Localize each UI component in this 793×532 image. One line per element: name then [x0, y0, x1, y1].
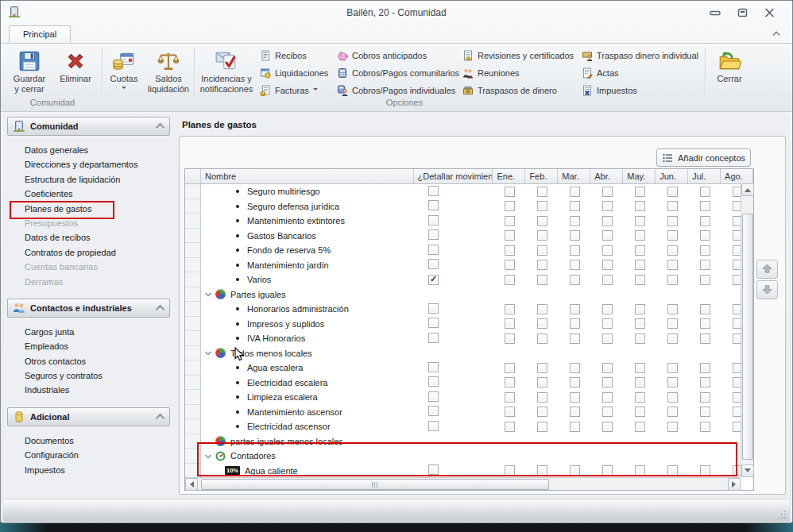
month-checkbox-Mar[interactable]: [570, 407, 580, 417]
month-checkbox-Jul[interactable]: [700, 377, 710, 387]
detallar-checkbox[interactable]: [428, 376, 439, 387]
horizontal-scrollbar[interactable]: [185, 477, 741, 490]
month-checkbox-Ene[interactable]: [505, 304, 515, 314]
restore-button[interactable]: [733, 7, 751, 20]
month-checkbox-Feb[interactable]: [537, 363, 547, 373]
month-checkbox-May[interactable]: [635, 377, 645, 387]
row-electricidad-ascensor[interactable]: Electricidad ascensor: [185, 419, 753, 434]
row-indicator[interactable]: [185, 464, 201, 479]
column-header-detallar[interactable]: ¿Detallar movimientos?: [414, 169, 493, 183]
sidebar-item-estructura-de-liquidacion[interactable]: Estructura de liquidación: [7, 172, 170, 187]
row-fondo-de-reserva-5[interactable]: Fondo de reserva 5%: [185, 243, 753, 258]
sidebar-item-configuracion[interactable]: Configuración: [7, 448, 170, 462]
month-checkbox-Abr[interactable]: [602, 318, 613, 329]
chevron-down-icon[interactable]: [204, 349, 212, 357]
cerrar-button[interactable]: Cerrar: [708, 46, 751, 97]
sidebar-item-coeficientes[interactable]: Coeficientes: [7, 187, 170, 201]
month-checkbox-Ene[interactable]: [505, 392, 515, 403]
month-checkbox-Jun[interactable]: [667, 304, 678, 314]
month-checkbox-Jun[interactable]: [667, 377, 678, 387]
row-indicator[interactable]: [185, 390, 201, 405]
detallar-checkbox[interactable]: [428, 333, 439, 343]
month-checkbox-Mar[interactable]: [570, 260, 580, 270]
month-checkbox-Jul[interactable]: [700, 230, 710, 241]
month-checkbox-Mar[interactable]: [570, 465, 580, 476]
anadir-conceptos-button[interactable]: Añadir conceptos: [656, 148, 751, 167]
month-checkbox-May[interactable]: [635, 465, 645, 476]
month-checkbox-Abr[interactable]: [602, 304, 613, 314]
row-indicator[interactable]: [185, 302, 201, 317]
detallar-checkbox[interactable]: [428, 406, 439, 416]
month-checkbox-May[interactable]: [635, 422, 645, 432]
month-checkbox-Ene[interactable]: [505, 333, 515, 344]
row-mantenimiento-ascensor[interactable]: Mantenimiento ascensor: [185, 405, 753, 420]
detallar-checkbox[interactable]: [428, 318, 439, 328]
traspasos-de-dinero-button[interactable]: Traspasos de dinero: [460, 82, 578, 98]
row-impresos-y-suplidos[interactable]: Impresos y suplidos: [185, 317, 753, 332]
detallar-checkbox[interactable]: [428, 391, 439, 402]
month-checkbox-Jun[interactable]: [667, 245, 678, 256]
month-checkbox-Jul[interactable]: [700, 333, 710, 344]
sidebar-item-datos-generales[interactable]: Datos generales: [7, 143, 170, 157]
month-checkbox-Ene[interactable]: [505, 407, 515, 417]
row-gastos-bancarios[interactable]: Gastos Bancarios: [185, 229, 753, 244]
month-checkbox-Mar[interactable]: [570, 377, 580, 387]
month-checkbox-Ene[interactable]: [505, 363, 515, 373]
sidebar-item-industriales[interactable]: Industriales: [7, 383, 170, 397]
column-header-abr[interactable]: Abr.: [590, 169, 623, 183]
month-checkbox-Mar[interactable]: [570, 422, 580, 432]
month-checkbox-Jun[interactable]: [667, 275, 678, 285]
month-checkbox-Feb[interactable]: [537, 275, 547, 285]
cobros-anticipados-button[interactable]: Cobros anticipados: [335, 47, 458, 64]
horizontal-scrollbar-thumb[interactable]: [201, 479, 549, 490]
month-checkbox-Mar[interactable]: [570, 318, 580, 329]
detallar-checkbox[interactable]: [428, 229, 439, 240]
month-checkbox-Jun[interactable]: [667, 465, 678, 476]
cobros-pagos-comunitarios-button[interactable]: Cobros/Pagos comunitarios: [335, 64, 458, 81]
column-header-may[interactable]: May.: [623, 169, 656, 183]
row-indicator[interactable]: [185, 184, 201, 199]
chevron-down-icon[interactable]: [204, 453, 212, 460]
month-checkbox-Ene[interactable]: [505, 245, 515, 256]
month-checkbox-Feb[interactable]: [537, 407, 547, 417]
month-checkbox-Jul[interactable]: [700, 245, 710, 256]
month-checkbox-Abr[interactable]: [602, 392, 613, 403]
month-checkbox-Jun[interactable]: [667, 333, 678, 344]
month-checkbox-Mar[interactable]: [570, 333, 580, 344]
column-header-ene[interactable]: Ene.: [493, 169, 525, 183]
cobros-pagos-individuales-button[interactable]: Cobros/Pagos individuales: [335, 82, 458, 98]
detallar-checkbox[interactable]: [428, 362, 439, 372]
month-checkbox-Ene[interactable]: [505, 377, 515, 387]
actas-button[interactable]: Actas: [579, 64, 705, 81]
month-checkbox-Abr[interactable]: [602, 363, 613, 373]
month-checkbox-May[interactable]: [635, 392, 645, 403]
month-checkbox-Jul[interactable]: [700, 392, 710, 403]
month-checkbox-May[interactable]: [635, 216, 645, 226]
sidebar-section-adicional[interactable]: Adicional: [7, 407, 170, 426]
detallar-checkbox[interactable]: [428, 465, 439, 475]
eliminar-button[interactable]: Eliminar: [53, 46, 98, 97]
row-mantenimiento-jardin[interactable]: Mantenimiento jardín: [185, 258, 753, 273]
month-checkbox-Abr[interactable]: [602, 260, 613, 270]
month-checkbox-Jul[interactable]: [700, 318, 710, 329]
liquidaciones-button[interactable]: Liquidaciones: [257, 64, 334, 81]
month-checkbox-Abr[interactable]: [602, 333, 613, 344]
detallar-checkbox[interactable]: [428, 259, 439, 269]
detallar-checkbox[interactable]: [428, 200, 439, 210]
month-checkbox-Jul[interactable]: [700, 275, 710, 285]
month-checkbox-Feb[interactable]: [537, 260, 547, 270]
sidebar-item-contratos-de-propiedad[interactable]: Contratos de propiedad: [7, 245, 170, 260]
month-checkbox-Jul[interactable]: [700, 407, 710, 417]
month-checkbox-Jul[interactable]: [700, 465, 710, 476]
scroll-up-button[interactable]: [741, 183, 754, 196]
row-indicator[interactable]: [185, 258, 201, 273]
row-indicator[interactable]: [185, 199, 201, 214]
month-checkbox-Abr[interactable]: [602, 216, 613, 226]
month-checkbox-May[interactable]: [635, 260, 645, 270]
detallar-checkbox[interactable]: [428, 215, 439, 226]
row-indicator[interactable]: [185, 243, 201, 258]
month-checkbox-Mar[interactable]: [570, 187, 580, 197]
month-checkbox-May[interactable]: [635, 187, 645, 197]
scroll-left-button[interactable]: [185, 478, 198, 491]
month-checkbox-May[interactable]: [635, 201, 645, 211]
